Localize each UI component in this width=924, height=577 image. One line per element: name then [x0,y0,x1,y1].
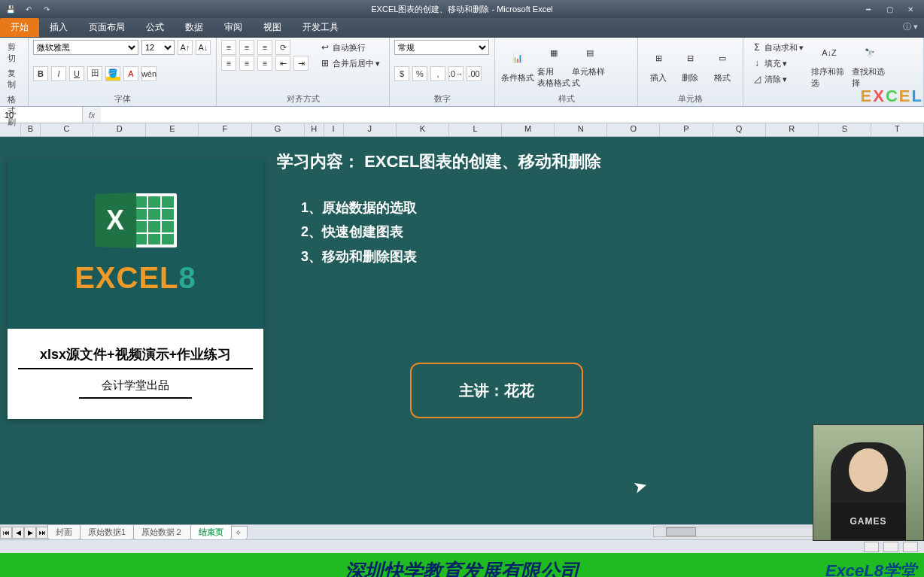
orientation-icon[interactable]: ⟳ [275,40,290,55]
copy-button[interactable]: 复制 [5,66,23,92]
italic-button[interactable]: I [51,66,66,81]
align-left-icon[interactable]: ≡ [221,56,236,71]
indent-inc-icon[interactable]: ⇥ [293,56,309,71]
view-pagelayout-icon[interactable] [883,542,898,552]
card-line1: xlsx源文件+视频演示+作业练习 [18,345,253,369]
scrollbar-thumb[interactable] [666,527,696,536]
wrap-icon: ↩ [319,41,331,53]
col-D[interactable]: D [93,123,146,136]
col-J[interactable]: J [344,123,397,136]
qat-save-icon[interactable]: 💾 [3,2,18,16]
tab-insert[interactable]: 插入 [39,18,78,37]
cell-styles-button[interactable]: ▤单元格样式 [572,40,608,90]
align-center-icon[interactable]: ≡ [239,56,254,71]
align-bottom-icon[interactable]: ≡ [257,40,272,55]
format-as-table-button[interactable]: ▦套用 表格格式 [536,40,572,90]
currency-icon[interactable]: $ [394,66,409,81]
grow-font-icon[interactable]: A↑ [178,40,193,55]
wrap-text-button[interactable]: ↩自动换行 [316,40,383,55]
col-K[interactable]: K [397,123,449,136]
eraser-icon: ◿ [751,73,763,85]
tab-review[interactable]: 审阅 [214,18,253,37]
sheet-content[interactable]: X EXCEL8 xlsx源文件+视频演示+作业练习 会计学堂出品 学习内容： … [0,137,924,524]
align-middle-icon[interactable]: ≡ [239,40,254,55]
close-button[interactable]: ✕ [900,2,921,16]
sheet-nav-next[interactable]: ▶ [24,527,36,539]
col-P[interactable]: P [660,123,713,136]
col-C[interactable]: C [41,123,93,136]
qat-undo-icon[interactable]: ↶ [21,2,36,16]
tab-view[interactable]: 视图 [253,18,292,37]
underline-button[interactable]: U [69,66,84,81]
sheet-tab-end[interactable]: 结束页 [190,524,232,539]
sheet-nav-prev[interactable]: ◀ [12,527,24,539]
border-button[interactable]: 田 [87,66,102,81]
minimize-button[interactable]: ━ [858,2,879,16]
sheet-nav-first[interactable]: ⏮ [0,527,12,539]
indent-dec-icon[interactable]: ⇤ [275,56,290,71]
sort-filter-button[interactable]: A↓Z排序和筛选 [811,40,847,90]
delete-cells-button[interactable]: ⊟删除 [674,40,706,90]
col-I[interactable]: I [324,123,344,136]
fill-button[interactable]: ↓填充 ▾ [748,56,807,71]
formula-input[interactable] [101,107,924,123]
percent-icon[interactable]: % [412,66,427,81]
find-select-button[interactable]: 🔭查找和选择 [852,40,888,90]
shrink-font-icon[interactable]: A↓ [196,40,211,55]
col-F[interactable]: F [199,123,251,136]
col-L[interactable]: L [449,123,502,136]
qat-redo-icon[interactable]: ↷ [39,2,54,16]
dec-decimal-icon[interactable]: .00 [467,66,482,81]
format-cells-button[interactable]: ▭格式 [707,40,738,90]
autosum-button[interactable]: Σ自动求和 ▾ [748,40,807,55]
col-M[interactable]: M [502,123,555,136]
tab-data[interactable]: 数据 [175,18,214,37]
insert-cells-button[interactable]: ⊞插入 [643,40,674,90]
tab-home[interactable]: 开始 [0,18,39,37]
col-N[interactable]: N [555,123,607,136]
format-painter-button[interactable]: 格式刷 [5,93,23,129]
font-color-button[interactable]: A [123,66,138,81]
number-format-select[interactable]: 常规 [394,40,489,55]
col-H[interactable]: H [305,123,324,136]
col-S[interactable]: S [819,123,871,136]
tab-formulas[interactable]: 公式 [135,18,175,37]
phonetic-button[interactable]: wén [141,66,157,81]
fill-color-button[interactable]: 🪣 [105,66,120,81]
col-B[interactable]: B [21,123,41,136]
sheet-nav-last[interactable]: ⏭ [36,527,48,539]
view-normal-icon[interactable] [864,542,879,552]
cut-button[interactable]: 剪切 [5,40,23,65]
ribbon-group-cells: ⊞插入 ⊟删除 ▭格式 单元格 [638,38,743,106]
sheet-tab-bar: ⏮ ◀ ▶ ⏭ 封面 原始数据1 原始数据２ 结束页 ✧ [0,524,924,539]
maximize-button[interactable]: ▢ [879,2,900,16]
sheet-tab-cover[interactable]: 封面 [47,524,81,539]
fx-icon[interactable]: fx [83,111,101,120]
sheet-tab-data1[interactable]: 原始数据1 [80,524,134,539]
conditional-formatting-button[interactable]: 📊条件格式 [500,40,536,90]
col-Q[interactable]: Q [713,123,766,136]
align-right-icon[interactable]: ≡ [257,56,272,71]
ribbon-help-icon[interactable]: ⓘ ▾ [903,21,918,32]
sheet-tab-data2[interactable]: 原始数据２ [133,524,191,539]
col-T[interactable]: T [871,123,924,136]
title-bar: 💾 ↶ ↷ EXCEL图表的创建、移动和删除 - Microsoft Excel… [0,0,924,18]
align-top-icon[interactable]: ≡ [221,40,236,55]
tab-pagelayout[interactable]: 页面布局 [78,18,135,37]
bold-button[interactable]: B [33,66,48,81]
binoculars-icon: 🔭 [858,41,882,65]
clear-button[interactable]: ◿清除 ▾ [748,71,807,87]
col-G[interactable]: G [252,123,305,136]
ribbon-group-clipboard: 剪切 复制 格式刷 [0,38,29,106]
merge-center-button[interactable]: ⊞合并后居中 ▾ [316,56,383,71]
comma-icon[interactable]: , [430,66,445,81]
sheet-tab-new[interactable]: ✧ [231,526,248,539]
col-O[interactable]: O [607,123,660,136]
view-pagebreak-icon[interactable] [903,542,918,552]
col-E[interactable]: E [146,123,199,136]
col-R[interactable]: R [766,123,819,136]
font-name-select[interactable]: 微软雅黑 [33,40,138,55]
font-size-select[interactable]: 12 [141,40,175,55]
inc-decimal-icon[interactable]: .0→ [448,66,464,81]
tab-developer[interactable]: 开发工具 [292,18,349,37]
